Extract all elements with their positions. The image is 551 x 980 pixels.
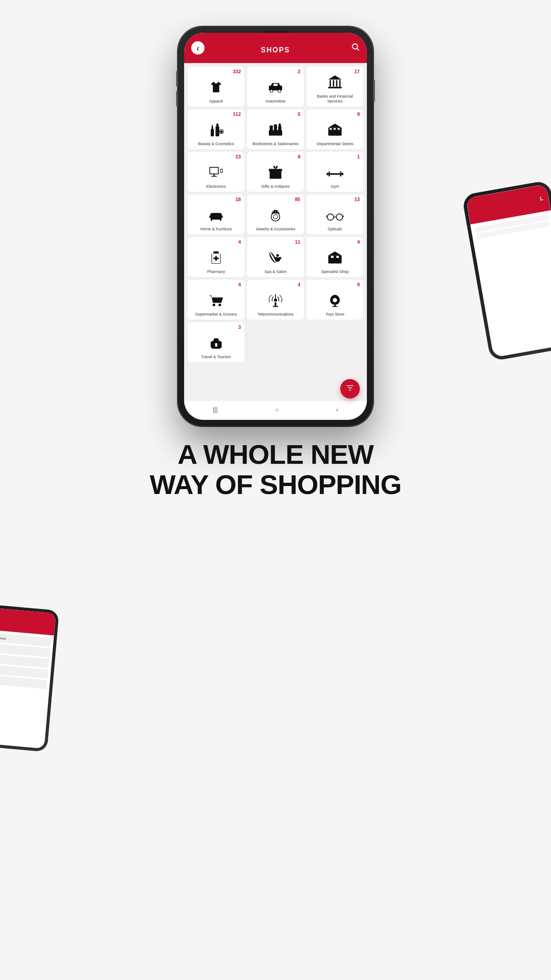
svg-rect-15 <box>216 126 219 137</box>
svg-line-1 <box>357 48 359 50</box>
svg-rect-16 <box>216 124 219 127</box>
nav-menu-button[interactable]: ||| <box>213 406 218 413</box>
category-label-beauty: Beauty & Cosmetics <box>198 142 234 146</box>
category-item-departmental[interactable]: 9Departmental Stores <box>307 109 363 149</box>
category-item-furniture[interactable]: 18Home & Furniture <box>188 194 244 234</box>
category-icon-supermarket <box>208 292 224 310</box>
category-item-gym[interactable]: 1Gym <box>307 152 363 192</box>
svg-rect-18 <box>269 130 282 136</box>
filter-fab[interactable] <box>340 379 360 399</box>
category-item-banks[interactable]: 17Banks and Financial Services <box>307 67 363 107</box>
svg-rect-25 <box>336 130 339 136</box>
category-item-toys[interactable]: 0Toys Store <box>307 280 363 320</box>
category-label-toys: Toys Store <box>326 312 345 317</box>
category-item-beauty[interactable]: 112Beauty & Cosmetics <box>188 109 244 149</box>
svg-rect-27 <box>334 128 336 130</box>
category-item-pharmacy[interactable]: 4Pharmacy <box>188 237 244 277</box>
category-item-gifts[interactable]: 9Gifts & Antiques <box>247 152 304 192</box>
svg-rect-5 <box>273 84 278 86</box>
category-icon-banks <box>327 74 343 92</box>
category-item-specialist[interactable]: 4Specialist Shop <box>307 237 363 277</box>
svg-rect-22 <box>279 124 281 127</box>
category-item-telecom[interactable]: 4Telecommunications <box>247 280 304 320</box>
category-icon-specialist <box>327 249 343 268</box>
back-button[interactable] <box>191 41 205 55</box>
category-item-bookstores[interactable]: 5Bookstores & Stationaries <box>247 109 304 149</box>
svg-rect-21 <box>278 126 281 131</box>
svg-rect-46 <box>220 218 221 221</box>
category-count-beauty: 112 <box>233 111 241 117</box>
tagline-line1: A WHOLE NEW <box>150 439 401 470</box>
svg-rect-19 <box>270 126 273 131</box>
category-count-spa: 11 <box>295 239 300 245</box>
category-count-specialist: 4 <box>357 239 360 245</box>
svg-rect-76 <box>273 306 278 307</box>
svg-rect-70 <box>331 256 334 258</box>
category-count-jewelry: 85 <box>295 197 300 202</box>
side-button-vol-down <box>176 91 178 107</box>
svg-rect-10 <box>339 80 341 87</box>
filter-icon <box>346 383 354 395</box>
category-count-apparel: 332 <box>233 69 241 74</box>
category-item-supermarket[interactable]: 4Supermarket & Grocery <box>188 280 244 320</box>
category-item-apparel[interactable]: 332Apparel <box>188 67 244 107</box>
category-count-toys: 0 <box>357 282 360 287</box>
category-count-furniture: 18 <box>236 197 241 202</box>
category-label-furniture: Home & Furniture <box>200 227 232 232</box>
category-icon-gifts <box>268 164 283 182</box>
category-icon-opticals <box>326 211 344 225</box>
svg-point-53 <box>336 214 342 220</box>
svg-rect-41 <box>340 171 341 176</box>
svg-rect-39 <box>329 171 330 176</box>
svg-point-64 <box>276 254 279 257</box>
svg-rect-9 <box>336 80 337 87</box>
app-header: SHOPS <box>184 33 367 63</box>
svg-point-4 <box>278 90 281 92</box>
svg-point-52 <box>327 214 334 220</box>
search-button[interactable] <box>351 43 360 54</box>
category-label-departmental: Departmental Stores <box>317 142 354 146</box>
side-button-power <box>373 80 375 102</box>
tagline-line2: WAY OF SHOPPING <box>150 470 401 500</box>
category-item-electronics[interactable]: 23Electronics <box>188 152 244 192</box>
category-label-travel: Travel & Tourism <box>201 355 231 360</box>
header-title: SHOPS <box>261 46 290 54</box>
category-item-automotive[interactable]: 2Automotive <box>247 67 304 107</box>
svg-rect-34 <box>220 170 222 173</box>
category-count-automotive: 2 <box>298 69 300 74</box>
category-count-electronics: 23 <box>236 154 241 159</box>
svg-rect-20 <box>274 125 277 131</box>
decorative-phone-right: L <box>462 180 551 362</box>
nav-back-button[interactable]: ‹ <box>336 406 338 413</box>
svg-rect-69 <box>336 258 339 264</box>
category-count-gym: 1 <box>357 154 360 159</box>
category-label-gifts: Gifts & Antiques <box>261 184 290 189</box>
svg-point-72 <box>213 304 215 306</box>
svg-rect-84 <box>220 342 222 348</box>
category-item-spa[interactable]: 11Spa & Salon <box>247 237 304 277</box>
category-item-opticals[interactable]: 13Opticals <box>307 194 363 234</box>
category-label-supermarket: Supermarket & Grocery <box>195 312 237 317</box>
svg-marker-11 <box>328 75 342 80</box>
category-icon-travel <box>209 336 224 353</box>
nav-home-button[interactable]: ○ <box>275 406 279 413</box>
category-item-travel[interactable]: 3Travel & Tourism <box>188 322 244 362</box>
svg-rect-31 <box>213 174 215 176</box>
svg-rect-32 <box>211 176 217 177</box>
svg-rect-83 <box>211 342 213 348</box>
category-icon-gym <box>326 168 344 182</box>
category-icon-automotive <box>268 79 283 97</box>
svg-rect-38 <box>327 173 329 175</box>
svg-rect-45 <box>211 218 212 221</box>
category-scroll: 332Apparel2Automotive17Banks and Financi… <box>184 63 367 400</box>
category-label-pharmacy: Pharmacy <box>207 269 225 274</box>
svg-rect-37 <box>275 169 276 179</box>
svg-rect-6 <box>328 87 342 89</box>
category-item-jewelry[interactable]: 85Jewelry & Accessories <box>247 194 304 234</box>
category-icon-spa <box>268 249 283 268</box>
category-grid: 332Apparel2Automotive17Banks and Financi… <box>188 67 363 362</box>
svg-point-3 <box>270 90 273 92</box>
category-label-banks: Banks and Financial Services <box>309 94 361 104</box>
category-label-automotive: Automotive <box>265 99 285 104</box>
category-label-telecom: Telecommunications <box>257 312 294 317</box>
